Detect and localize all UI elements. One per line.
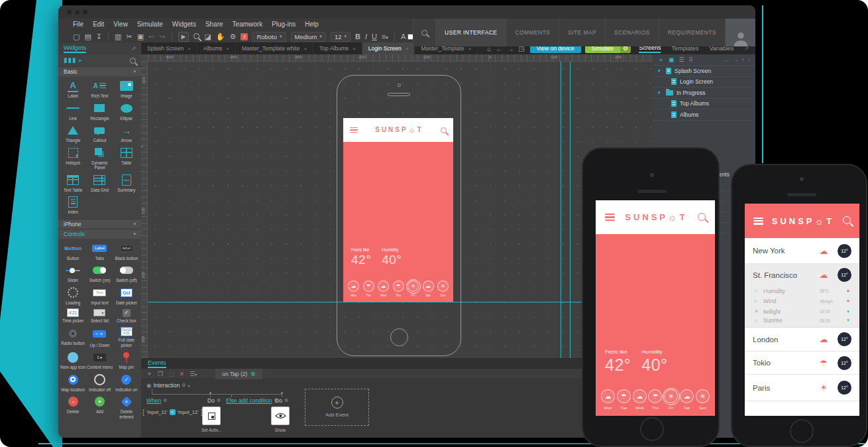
widget-switch-off[interactable]: Switch (off) bbox=[113, 263, 140, 284]
move-left-icon[interactable]: ← bbox=[724, 57, 730, 63]
zoom-tool-icon[interactable] bbox=[193, 32, 199, 40]
add-folder-button[interactable]: ▣ bbox=[669, 56, 675, 63]
do-node[interactable]: Do⚙ bbox=[207, 397, 221, 404]
widget-label[interactable]: Label bbox=[60, 78, 86, 99]
open-folder-icon[interactable]: ▤ bbox=[84, 33, 91, 40]
menu-hamburger-icon[interactable] bbox=[753, 218, 763, 225]
undo-icon[interactable]: ↩ bbox=[148, 33, 154, 40]
forecast-day[interactable]: ☁Wed bbox=[633, 389, 647, 410]
forecast-day[interactable]: ☁Mon bbox=[348, 281, 359, 297]
window-dot[interactable] bbox=[75, 10, 80, 15]
tab-master-template-white[interactable]: Master_Template white× bbox=[236, 42, 313, 54]
else-node[interactable]: Else add condition⚙ bbox=[226, 397, 278, 404]
widget-triangle[interactable]: Triangle bbox=[60, 123, 86, 144]
font-family-select[interactable]: Roboto▾ bbox=[252, 32, 286, 42]
menu-edit[interactable]: Edit bbox=[93, 21, 104, 28]
section-basic[interactable]: Basic▾ bbox=[58, 66, 141, 76]
redo-icon[interactable]: ↪ bbox=[159, 33, 165, 40]
tab-albums[interactable]: Albums× bbox=[197, 42, 236, 54]
forecast-day[interactable]: ☁Sat bbox=[680, 389, 694, 410]
interaction-node[interactable]: ◉Interaction ⚙▾ bbox=[146, 382, 190, 389]
paste-icon[interactable]: ▣ bbox=[137, 33, 144, 40]
widget-delete-entered[interactable]: Delete entered bbox=[113, 394, 140, 420]
duplicate-event-icon[interactable]: ❐ bbox=[158, 371, 163, 377]
underline-button[interactable]: U bbox=[372, 33, 377, 40]
widget-delete[interactable]: Delete bbox=[60, 394, 86, 420]
widget-library-icon[interactable]: ▮▮▮＋ bbox=[64, 56, 84, 65]
window-dot[interactable] bbox=[67, 10, 72, 15]
widget-image[interactable]: Image bbox=[113, 78, 140, 99]
widget-indicator-off[interactable]: Indicator off bbox=[86, 372, 113, 393]
widget-black-button[interactable]: Black button bbox=[113, 241, 140, 262]
widget-loading[interactable]: Loading bbox=[60, 285, 86, 306]
widget-dynamic-panel[interactable]: Dynamic Panel bbox=[86, 145, 113, 171]
when-condition[interactable]: [ 'Input_11' = 'Input_12' ] bbox=[142, 408, 203, 416]
tab-splash-screen[interactable]: Splash Screen× bbox=[141, 42, 197, 54]
screen-item-albums[interactable]: Albums bbox=[653, 109, 755, 121]
font-weight-select[interactable]: Medium▾ bbox=[291, 32, 326, 42]
nav-requirements[interactable]: REQUIREMENTS bbox=[659, 19, 725, 46]
app-search-icon[interactable] bbox=[441, 124, 447, 136]
forecast-day[interactable]: ☁Mon bbox=[601, 389, 615, 410]
widget-index[interactable]: Index bbox=[60, 194, 86, 216]
widget-search-icon[interactable] bbox=[130, 54, 136, 66]
do-node[interactable]: Do⚙ bbox=[275, 397, 288, 404]
menu-share[interactable]: Share bbox=[205, 21, 223, 28]
event-tab-on-tap[interactable]: on Tap (2)⚙ bbox=[215, 369, 262, 379]
forecast-day[interactable]: ☂Tue bbox=[363, 281, 374, 297]
widget-select-list[interactable]: Select list bbox=[86, 307, 113, 324]
delete-event-icon[interactable]: ✕ bbox=[180, 371, 185, 377]
widget-date-picker[interactable]: Date picker bbox=[113, 285, 140, 306]
widget-slider[interactable]: Slider bbox=[60, 263, 86, 284]
widget-hotspot[interactable]: Hotspot bbox=[60, 145, 86, 171]
widget-add[interactable]: Add bbox=[86, 394, 113, 420]
menu-view[interactable]: View bbox=[113, 21, 128, 28]
widget-map-location[interactable]: Map location bbox=[60, 372, 86, 393]
add-event-icon[interactable]: ＋ bbox=[146, 369, 152, 378]
new-file-icon[interactable]: ▢ bbox=[73, 33, 80, 40]
screen-item-login[interactable]: Login Screen bbox=[653, 77, 755, 88]
cut-icon[interactable]: ✂ bbox=[126, 33, 132, 40]
forecast-day-selected[interactable]: ☀Fri bbox=[664, 389, 678, 410]
widget-arrow[interactable]: Arrow bbox=[113, 123, 140, 144]
city-row-paris[interactable]: Paris ☀ 12° bbox=[745, 375, 859, 401]
font-size-select[interactable]: 12▾ bbox=[331, 32, 351, 42]
set-active-panel-action[interactable] bbox=[202, 407, 221, 425]
align-select[interactable]: ≡▾ bbox=[382, 33, 388, 40]
tab-top-albums[interactable]: Top Albums× bbox=[313, 42, 362, 54]
city-row-new-york[interactable]: New York ☁ 12° bbox=[745, 238, 859, 264]
select-cursor-icon[interactable]: ► bbox=[178, 32, 190, 42]
grid-view-icon[interactable]: ⠿ bbox=[689, 56, 694, 63]
widget-indicator-on[interactable]: Indicator on bbox=[113, 372, 140, 393]
widget-text-table[interactable]: Text Table bbox=[60, 172, 86, 194]
menu-widgets[interactable]: Widgets bbox=[172, 21, 196, 28]
design-canvas[interactable]: -500-400 -300-200 -1000 100200 -1000 100… bbox=[141, 54, 653, 358]
move-down-icon[interactable]: ↓ bbox=[747, 57, 750, 63]
widget-check-box[interactable]: Check box bbox=[113, 307, 140, 324]
widget-summary[interactable]: Summary bbox=[113, 172, 140, 194]
forecast-day[interactable]: ☁Sat bbox=[423, 281, 434, 297]
app-search-icon[interactable] bbox=[698, 212, 706, 224]
eraser-icon[interactable]: ◪ bbox=[204, 33, 211, 40]
nav-comments[interactable]: COMMENTS bbox=[506, 19, 559, 46]
city-row-st-francisco[interactable]: St. Francisco ☁ 12° bbox=[745, 264, 859, 286]
nav-scenarios[interactable]: SCENARIOS bbox=[605, 19, 659, 46]
events-panel-title[interactable]: Events bbox=[148, 359, 166, 368]
move-up-icon[interactable]: ↑ bbox=[741, 57, 744, 63]
list-view-icon[interactable]: ☰ bbox=[679, 56, 684, 63]
forecast-day[interactable]: ☀Sun bbox=[696, 389, 710, 410]
save-icon[interactable]: ↧ bbox=[96, 33, 102, 40]
folder-item-in-progress[interactable]: ▾In Progress bbox=[653, 88, 755, 99]
phone-home-button[interactable] bbox=[790, 419, 814, 443]
section-controls[interactable]: Controls▾ bbox=[58, 229, 141, 239]
widget-data-grid[interactable]: Data Grid bbox=[86, 172, 113, 194]
widget-switch-on[interactable]: Switch (on) bbox=[86, 263, 113, 284]
widget-map-pin[interactable]: Map pin bbox=[113, 350, 140, 371]
window-dot[interactable] bbox=[83, 10, 87, 15]
widget-rectangle[interactable]: Rectangle bbox=[86, 101, 113, 122]
section-iphone[interactable]: iPhone▾ bbox=[58, 219, 141, 229]
widget-table[interactable]: Table bbox=[113, 145, 140, 171]
settings-gear-icon[interactable]: ⚙ bbox=[230, 33, 237, 40]
forecast-day-selected[interactable]: ☀Fri bbox=[407, 281, 419, 297]
widget-new-app-icon[interactable]: New app icon bbox=[60, 350, 86, 371]
